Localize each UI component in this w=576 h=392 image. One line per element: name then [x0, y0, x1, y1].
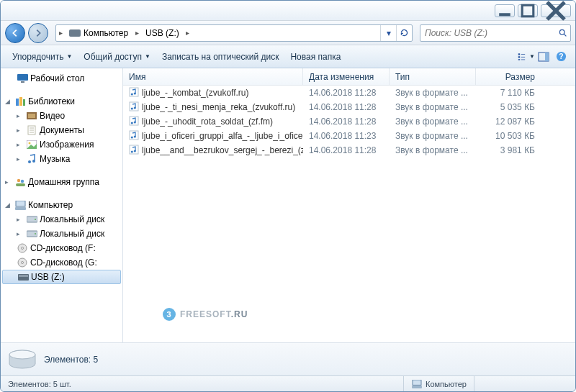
- chevron-right-icon[interactable]: ▸: [56, 29, 65, 37]
- svg-point-37: [35, 219, 36, 220]
- svg-rect-19: [19, 97, 22, 106]
- tree-usb-selected[interactable]: USB (Z:): [2, 270, 121, 284]
- column-headers: Имя Дата изменения Тип Размер: [123, 68, 575, 86]
- tree-video[interactable]: ▸Видео: [1, 109, 122, 123]
- search-icon[interactable]: [554, 25, 570, 41]
- tree-label: Музыка: [40, 154, 70, 164]
- tree-label: Изображения: [40, 140, 94, 150]
- status-bar: Элементов: 5 шт. Компьютер: [1, 375, 575, 391]
- burn-label: Записать на оптический диск: [162, 52, 279, 62]
- svg-rect-55: [130, 131, 138, 140]
- computer-icon: [14, 199, 26, 211]
- svg-text:?: ?: [559, 53, 563, 60]
- file-type: Звук в формате ...: [390, 131, 476, 141]
- svg-rect-18: [16, 99, 19, 106]
- share-menu[interactable]: Общий доступ▼: [78, 49, 156, 65]
- maximize-button[interactable]: [518, 4, 538, 17]
- svg-rect-6: [518, 53, 520, 55]
- tree-cd-g[interactable]: CD-дисковод (G:: [1, 255, 122, 270]
- tree-documents[interactable]: ▸Документы: [1, 123, 122, 137]
- tree-libraries[interactable]: ◢Библиотеки: [1, 94, 122, 109]
- tree-pictures[interactable]: ▸Изображения: [1, 137, 122, 152]
- tree-local-disk-1[interactable]: ▸Локальный диск: [1, 212, 122, 227]
- file-row[interactable]: ljube__and__bezrukov_sergej_-_berezi_(zv…: [123, 143, 575, 158]
- svg-point-43: [22, 262, 24, 264]
- refresh-button[interactable]: [396, 25, 412, 41]
- chevron-right-icon[interactable]: ▸: [132, 29, 141, 37]
- expander-icon[interactable]: ▸: [17, 230, 24, 237]
- computer-icon: [411, 378, 423, 390]
- close-button[interactable]: [541, 4, 571, 17]
- tree-local-disk-2[interactable]: ▸Локальный диск: [1, 227, 122, 241]
- expander-icon[interactable]: ▸: [17, 216, 24, 223]
- svg-rect-20: [23, 99, 25, 106]
- share-label: Общий доступ: [84, 52, 142, 62]
- pictures-icon: [26, 139, 37, 150]
- file-name: ljube__and__bezrukov_sergej_-_berezi_(zv…: [142, 145, 303, 155]
- svg-point-41: [22, 247, 24, 250]
- expander-icon[interactable]: ▸: [17, 141, 24, 148]
- file-type: Звук в формате ...: [390, 102, 476, 112]
- svg-line-5: [564, 34, 566, 36]
- audio-file-icon: [129, 145, 139, 157]
- svg-point-50: [131, 107, 133, 109]
- forward-button[interactable]: [28, 23, 48, 43]
- svg-point-29: [28, 160, 31, 163]
- expander-icon[interactable]: ▸: [17, 155, 24, 163]
- file-row[interactable]: ljube_-_kombat_(zvukoff.ru)14.06.2018 11…: [123, 86, 575, 100]
- drive-large-icon: [8, 350, 37, 370]
- expander-icon[interactable]: ▸: [5, 178, 12, 186]
- music-icon: [26, 153, 37, 165]
- column-type[interactable]: Тип: [390, 68, 476, 85]
- tree-label: Домашняя группа: [28, 177, 99, 187]
- burn-button[interactable]: Записать на оптический диск: [156, 49, 285, 65]
- status-count: Элементов: 5 шт.: [8, 380, 71, 388]
- tree-computer[interactable]: ◢Компьютер: [1, 198, 122, 212]
- file-name: ljube_-_uhodit_rota_soldat_(zf.fm): [142, 117, 273, 127]
- column-date[interactable]: Дата изменения: [303, 68, 390, 85]
- search-box[interactable]: [420, 24, 571, 42]
- file-type: Звук в формате ...: [390, 88, 476, 98]
- new-folder-button[interactable]: Новая папка: [284, 49, 346, 65]
- tree-music[interactable]: ▸Музыка: [1, 152, 122, 166]
- file-list[interactable]: ljube_-_kombat_(zvukoff.ru)14.06.2018 11…: [123, 86, 575, 342]
- help-button[interactable]: ?: [552, 48, 570, 65]
- svg-point-53: [131, 122, 133, 124]
- address-dropdown-button[interactable]: ▾: [380, 25, 396, 41]
- expander-open-icon[interactable]: ◢: [5, 201, 12, 209]
- cd-icon: [17, 257, 28, 268]
- tree-cd-f[interactable]: CD-дисковод (F:: [1, 241, 122, 255]
- svg-point-62: [9, 350, 35, 359]
- file-row[interactable]: ljube_-_ti_nesi_menja_reka_(zvukoff.ru)1…: [123, 100, 575, 114]
- tree-label: CD-дисковод (G:: [30, 257, 97, 268]
- drive-icon: [69, 29, 81, 37]
- file-row[interactable]: ljube_-_uhodit_rota_soldat_(zf.fm)14.06.…: [123, 114, 575, 129]
- search-input[interactable]: [420, 28, 554, 38]
- preview-pane-button[interactable]: [535, 48, 552, 65]
- file-name-cell: ljube_i_oficeri_gruppi_alfa_-_ljube_i_of…: [123, 130, 303, 142]
- svg-point-30: [32, 160, 35, 163]
- file-name: ljube_-_kombat_(zvukoff.ru): [142, 88, 249, 98]
- expander-icon[interactable]: ▸: [17, 112, 24, 119]
- tree-label: Видео: [40, 111, 65, 121]
- expander-icon[interactable]: ▸: [17, 127, 24, 134]
- address-bar[interactable]: ▸ Компьютер ▸ USB (Z:) ▸ ▾: [55, 24, 413, 42]
- minimize-button[interactable]: [495, 4, 515, 17]
- file-row[interactable]: ljube_i_oficeri_gruppi_alfa_-_ljube_i_of…: [123, 129, 575, 143]
- svg-point-51: [134, 106, 136, 109]
- breadcrumb-computer[interactable]: Компьютер: [65, 25, 132, 41]
- svg-rect-22: [28, 114, 35, 118]
- tree-homegroup[interactable]: ▸Домашняя группа: [1, 175, 122, 189]
- tree-desktop[interactable]: Рабочий стол: [1, 71, 122, 86]
- back-button[interactable]: [5, 23, 25, 43]
- hdd-icon: [26, 214, 37, 225]
- view-options-button[interactable]: ▼: [518, 48, 535, 65]
- column-name[interactable]: Имя: [123, 68, 303, 85]
- svg-point-57: [134, 135, 136, 137]
- breadcrumb-usb[interactable]: USB (Z:): [141, 25, 184, 41]
- chevron-right-icon[interactable]: ▸: [184, 29, 192, 37]
- expander-open-icon[interactable]: ◢: [5, 98, 12, 105]
- column-size[interactable]: Размер: [476, 68, 541, 85]
- organize-menu[interactable]: Упорядочить▼: [6, 49, 78, 65]
- file-type: Звук в формате ...: [390, 145, 476, 155]
